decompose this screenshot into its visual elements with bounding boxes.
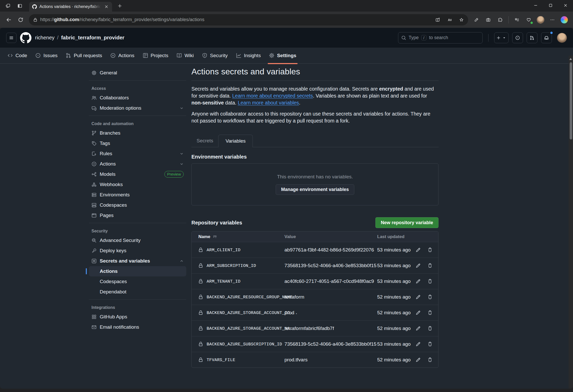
tab-insights[interactable]: Insights xyxy=(232,50,265,61)
column-name-sort[interactable]: Name xyxy=(198,234,284,239)
browser-essentials-icon[interactable] xyxy=(524,15,534,25)
hamburger-menu-button[interactable] xyxy=(6,33,16,43)
web-capture-icon[interactable] xyxy=(483,15,493,25)
sidebar-item-actions[interactable]: Actions xyxy=(89,159,186,169)
delete-variable-button[interactable] xyxy=(425,339,435,349)
tab-security[interactable]: Security xyxy=(198,50,232,61)
link-about-variables[interactable]: Learn more about variables xyxy=(238,100,299,106)
user-avatar[interactable] xyxy=(557,33,567,43)
copilot-icon[interactable] xyxy=(559,15,569,25)
tab-code[interactable]: Code xyxy=(4,50,31,61)
new-tab-button[interactable] xyxy=(115,2,124,10)
maximize-button[interactable] xyxy=(543,0,558,11)
sidebar-item-advanced-security[interactable]: Advanced Security xyxy=(89,235,186,246)
sidebar-item-label: GitHub Apps xyxy=(100,314,127,320)
sidebar-item-deploy-keys[interactable]: Deploy keys xyxy=(89,246,186,256)
sidebar-item-rules[interactable]: Rules xyxy=(89,149,186,159)
inbox-button[interactable] xyxy=(541,32,552,43)
edit-variable-button[interactable] xyxy=(414,308,423,317)
sidebar-item-secrets-and-variables[interactable]: Secrets and variables xyxy=(89,256,186,266)
tab-variables[interactable]: Variables xyxy=(218,135,253,147)
github-logo[interactable] xyxy=(20,32,31,43)
delete-variable-button[interactable] xyxy=(425,308,435,317)
edit-variable-button[interactable] xyxy=(414,339,423,349)
scrollbar-thumb[interactable] xyxy=(570,62,572,140)
split-screen-icon[interactable] xyxy=(433,15,442,24)
delete-variable-button[interactable] xyxy=(425,245,435,255)
sidebar-item-tags[interactable]: Tags xyxy=(89,138,186,149)
row-actions xyxy=(411,245,435,255)
sidebar-item-label: Email notifications xyxy=(100,324,139,330)
tab-label: Pull requests xyxy=(74,53,102,58)
search-input[interactable]: Type / to search xyxy=(398,32,483,43)
issues-icon-button[interactable] xyxy=(512,32,523,43)
page-scrollbar[interactable] xyxy=(569,56,573,389)
breadcrumb-repo[interactable]: fabric_terraform_provider xyxy=(61,35,124,41)
edit-variable-button[interactable] xyxy=(414,261,423,270)
tab-wiki[interactable]: Wiki xyxy=(173,50,198,61)
browser-profile-avatar[interactable] xyxy=(535,15,546,25)
browser-tab[interactable]: Actions variables · richeney/fabric xyxy=(29,2,112,12)
sidebar-item-branches[interactable]: Branches xyxy=(89,128,186,138)
tab-actions[interactable]: Actions xyxy=(106,50,138,61)
favorites-icon[interactable] xyxy=(512,15,522,25)
sidebar-item-github-apps[interactable]: GitHub Apps xyxy=(89,312,186,322)
read-aloud-icon[interactable] xyxy=(445,15,454,24)
sidebar-subitem-dependabot[interactable]: Dependabot xyxy=(89,287,186,297)
breadcrumb-owner[interactable]: richeney xyxy=(35,35,55,41)
sidebar-item-codespaces[interactable]: Codespaces xyxy=(89,200,186,210)
tab-settings[interactable]: Settings xyxy=(265,50,300,61)
settings-menu-icon[interactable] xyxy=(547,15,558,25)
delete-variable-button[interactable] xyxy=(425,292,435,302)
back-icon[interactable] xyxy=(4,15,14,25)
sidebar-item-moderation-options[interactable]: Moderation options xyxy=(89,103,186,113)
create-new-button[interactable] xyxy=(494,32,509,43)
page-title: Actions secrets and variables xyxy=(191,67,439,76)
sidebar-item-models[interactable]: ModelsPreview xyxy=(89,169,186,179)
pull-requests-icon-button[interactable] xyxy=(527,32,537,43)
scroll-up-arrow[interactable] xyxy=(569,58,572,60)
edit-variable-button[interactable] xyxy=(414,324,423,333)
sidebar-item-general[interactable]: General xyxy=(89,68,186,78)
sidebar-item-email-notifications[interactable]: Email notifications xyxy=(89,322,186,332)
row-actions xyxy=(411,324,435,333)
editor-extension-icon[interactable] xyxy=(471,15,482,25)
site-lock-icon[interactable] xyxy=(33,18,38,22)
delete-variable-button[interactable] xyxy=(425,277,435,286)
edit-variable-button[interactable] xyxy=(414,355,423,364)
sidebar-subitem-actions[interactable]: Actions xyxy=(89,266,186,276)
manage-environment-variables-button[interactable]: Manage environment variables xyxy=(276,184,354,195)
favorite-star-icon[interactable] xyxy=(457,15,466,24)
edit-variable-button[interactable] xyxy=(414,292,423,302)
url-text[interactable]: https://github.com/richeney/fabric_terra… xyxy=(40,17,431,22)
delete-variable-button[interactable] xyxy=(425,261,435,270)
delete-variable-button[interactable] xyxy=(425,355,435,364)
new-repository-variable-button[interactable]: New repository variable xyxy=(375,217,439,228)
sidebar-section-code-automation: Code and automation xyxy=(89,118,186,128)
link-encrypted-secrets[interactable]: Learn more about encrypted secrets xyxy=(232,93,313,99)
tab-issues[interactable]: Issues xyxy=(31,50,61,61)
sidebar-item-webhooks[interactable]: Webhooks xyxy=(89,179,186,190)
sidebar-subitem-codespaces[interactable]: Codespaces xyxy=(89,276,186,287)
delete-variable-button[interactable] xyxy=(425,324,435,333)
close-button[interactable] xyxy=(558,0,573,11)
refresh-icon[interactable] xyxy=(15,15,26,25)
edit-variable-button[interactable] xyxy=(414,277,423,286)
tab-projects[interactable]: Projects xyxy=(139,50,172,61)
sidebar-section-access: Access xyxy=(89,83,186,93)
variable-name: ARM_TENANT_ID xyxy=(207,279,240,284)
workspaces-icon[interactable] xyxy=(4,2,12,10)
tab-close-icon[interactable] xyxy=(103,4,109,10)
sidebar-item-pages[interactable]: Pages xyxy=(89,210,186,221)
address-bar[interactable]: https://github.com/richeney/fabric_terra… xyxy=(29,14,468,25)
edit-variable-button[interactable] xyxy=(414,245,423,255)
tab-actions-icon[interactable] xyxy=(15,2,24,10)
minimize-button[interactable] xyxy=(528,0,543,11)
extensions-icon[interactable] xyxy=(495,15,505,25)
tab-secrets[interactable]: Secrets xyxy=(191,135,218,147)
sidebar-item-collaborators[interactable]: Collaborators xyxy=(89,93,186,103)
sidebar-item-environments[interactable]: Environments xyxy=(89,190,186,200)
tab-pull-requests[interactable]: Pull requests xyxy=(62,50,106,61)
secrets-variables-tabs: Secrets Variables xyxy=(191,135,439,147)
table-row: BACKEND_AZURE_STORAGE_ACCOUNT_CO... prod… xyxy=(192,305,438,320)
